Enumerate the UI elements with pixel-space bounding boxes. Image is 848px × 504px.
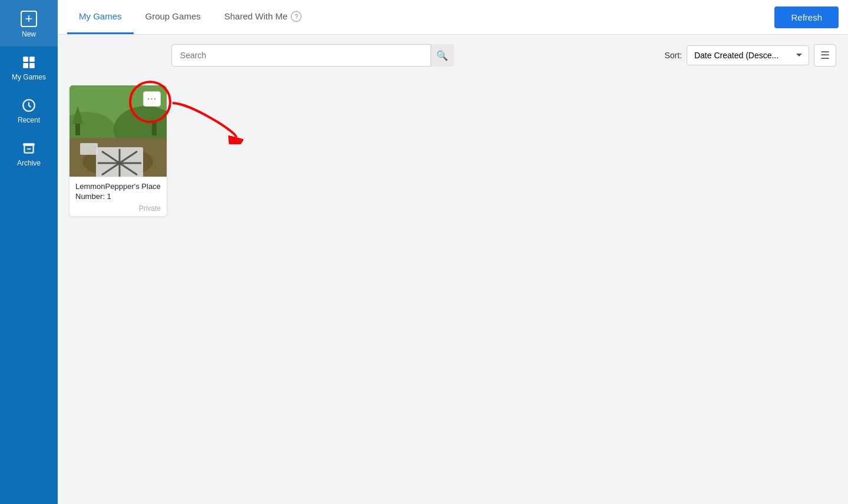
game-thumbnail: ··· xyxy=(69,85,167,177)
sidebar-archive-label: Archive xyxy=(17,159,41,167)
tab-my-games[interactable]: My Games xyxy=(67,0,134,34)
svg-rect-2 xyxy=(23,63,28,68)
sort-section: Sort: Date Created (Desce... Date Create… xyxy=(664,44,836,67)
three-dots-button[interactable]: ··· xyxy=(143,91,161,107)
list-view-button[interactable]: ☰ xyxy=(814,44,836,67)
svg-rect-0 xyxy=(23,57,28,62)
sidebar-item-new[interactable]: + New xyxy=(0,0,58,47)
sidebar-new-label: New xyxy=(22,30,36,38)
search-container: 🔍 xyxy=(171,44,454,67)
refresh-button[interactable]: Refresh xyxy=(774,6,839,28)
sidebar-item-recent[interactable]: Recent xyxy=(0,89,58,132)
toolbar: 🔍 Sort: Date Created (Desce... Date Crea… xyxy=(58,35,848,76)
sidebar-item-archive[interactable]: Archive xyxy=(0,132,58,175)
sidebar: + New My Games Recent Archive xyxy=(0,0,58,504)
search-icon: 🔍 xyxy=(436,50,448,61)
svg-rect-3 xyxy=(29,63,35,68)
svg-rect-5 xyxy=(23,143,35,145)
svg-rect-1 xyxy=(29,57,35,62)
tab-shared-with-me[interactable]: Shared With Me ? xyxy=(213,0,314,34)
sort-select[interactable]: Date Created (Desce... Date Created (Asc… xyxy=(687,45,809,65)
main-content: My Games Group Games Shared With Me ? Re… xyxy=(58,0,848,504)
game-card-title: LemmonPeppper's Place Number: 1 xyxy=(75,182,161,202)
svg-rect-18 xyxy=(80,143,98,155)
search-input[interactable] xyxy=(171,44,454,67)
search-button[interactable]: 🔍 xyxy=(430,44,454,67)
game-card-info: LemmonPeppper's Place Number: 1 Private xyxy=(69,177,167,216)
games-area: ··· LemmonPeppper's Place Number: 1 Priv… xyxy=(58,76,848,504)
sort-label: Sort: xyxy=(664,51,682,60)
shared-with-me-help-icon[interactable]: ? xyxy=(291,11,302,22)
sidebar-item-my-games[interactable]: My Games xyxy=(0,47,58,89)
sidebar-recent-label: Recent xyxy=(18,116,40,124)
sidebar-my-games-label: My Games xyxy=(12,73,46,81)
tab-group-games[interactable]: Group Games xyxy=(134,0,213,34)
grid-icon xyxy=(21,55,37,70)
annotation-arrow xyxy=(167,97,243,144)
game-card-status: Private xyxy=(75,204,161,213)
games-grid: ··· LemmonPeppper's Place Number: 1 Priv… xyxy=(69,85,836,216)
plus-icon: + xyxy=(21,11,37,27)
game-card[interactable]: ··· LemmonPeppper's Place Number: 1 Priv… xyxy=(69,85,167,216)
top-nav: My Games Group Games Shared With Me ? Re… xyxy=(58,0,848,35)
ellipsis-icon: ··· xyxy=(147,94,157,104)
archive-icon xyxy=(21,141,37,156)
list-view-icon: ☰ xyxy=(820,49,830,62)
clock-icon xyxy=(21,98,37,113)
